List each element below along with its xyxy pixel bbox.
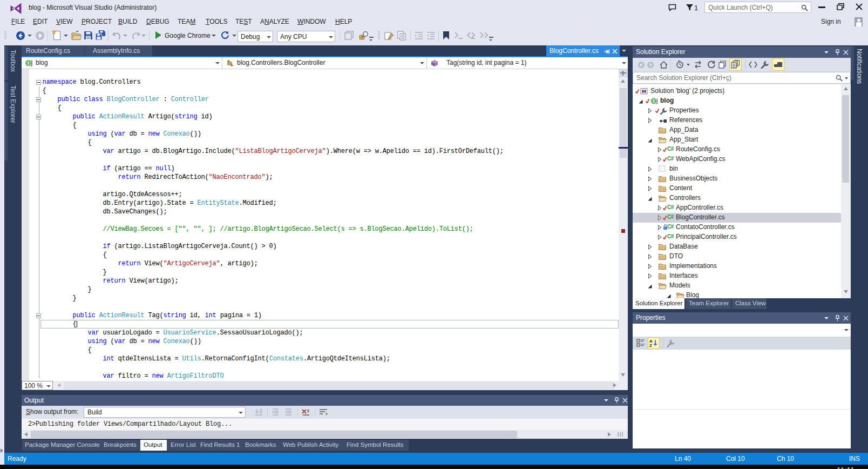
svg-text:Z: Z	[649, 343, 652, 347]
